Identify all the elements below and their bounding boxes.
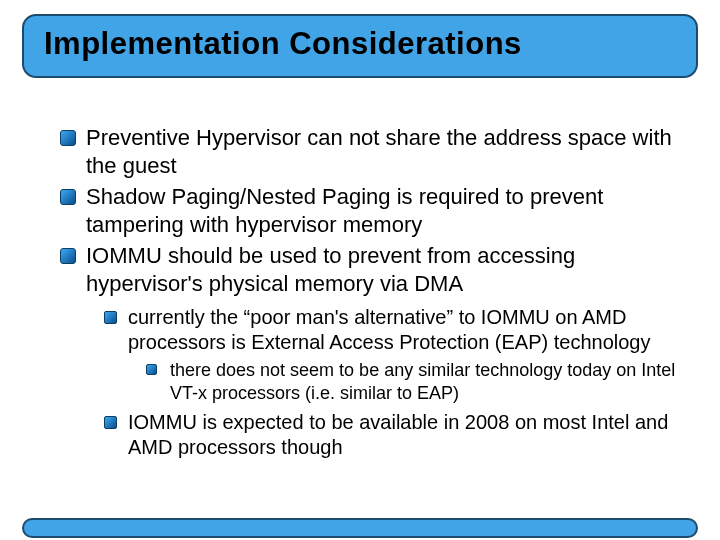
footer-bar — [22, 518, 698, 538]
bullet-text: IOMMU is expected to be available in 200… — [128, 411, 668, 458]
bullet-list-nested: there does not seem to be any similar te… — [128, 359, 680, 404]
bullet-text: there does not seem to be any similar te… — [170, 360, 675, 403]
slide-title: Implementation Considerations — [44, 26, 676, 62]
bullet-list-nested: currently the “poor man's alternative” t… — [86, 305, 680, 460]
list-item: there does not seem to be any similar te… — [146, 359, 680, 404]
bullet-text: IOMMU should be used to prevent from acc… — [86, 243, 575, 296]
bullet-text: Preventive Hypervisor can not share the … — [86, 125, 672, 178]
bullet-text: Shadow Paging/Nested Paging is required … — [86, 184, 603, 237]
slide-content: Preventive Hypervisor can not share the … — [60, 124, 680, 460]
list-item: IOMMU should be used to prevent from acc… — [60, 242, 680, 460]
list-item: Shadow Paging/Nested Paging is required … — [60, 183, 680, 238]
slide: Implementation Considerations Preventive… — [0, 14, 720, 540]
bullet-text: currently the “poor man's alternative” t… — [128, 306, 650, 353]
list-item: IOMMU is expected to be available in 200… — [104, 410, 680, 460]
list-item: currently the “poor man's alternative” t… — [104, 305, 680, 404]
list-item: Preventive Hypervisor can not share the … — [60, 124, 680, 179]
title-bar: Implementation Considerations — [22, 14, 698, 78]
bullet-list: Preventive Hypervisor can not share the … — [60, 124, 680, 460]
